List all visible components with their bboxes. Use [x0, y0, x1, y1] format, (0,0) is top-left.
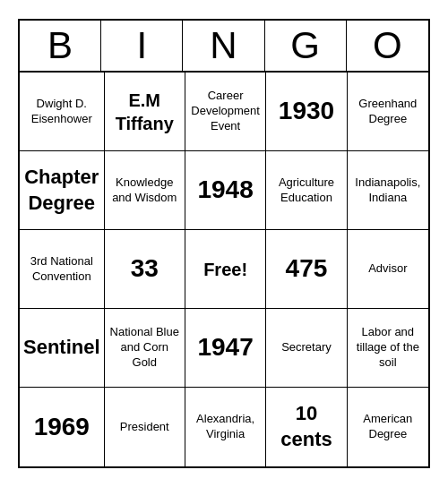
- bingo-cell: Indianapolis, Indiana: [348, 151, 428, 230]
- bingo-cell: 33: [105, 230, 185, 309]
- bingo-letter: G: [265, 21, 347, 71]
- bingo-cell: 1948: [185, 151, 266, 230]
- bingo-header: BINGO: [20, 21, 428, 73]
- bingo-cell: E.M Tiffany: [105, 73, 185, 151]
- bingo-cell: 1969: [20, 388, 105, 466]
- bingo-cell: American Degree: [348, 388, 428, 466]
- bingo-cell: 475: [266, 230, 347, 309]
- bingo-cell: 3rd National Convention: [20, 230, 105, 309]
- bingo-cell: Free!: [185, 230, 266, 309]
- bingo-cell: Career Development Event: [185, 73, 266, 151]
- bingo-letter: I: [101, 21, 183, 71]
- bingo-cell: Chapter Degree: [20, 151, 105, 230]
- bingo-cell: Agriculture Education: [266, 151, 347, 230]
- bingo-cell: 10 cents: [266, 388, 347, 466]
- bingo-card: BINGO Dwight D. EisenhowerE.M TiffanyCar…: [18, 19, 430, 468]
- bingo-cell: Secretary: [266, 309, 347, 388]
- bingo-cell: Dwight D. Eisenhower: [20, 73, 105, 151]
- bingo-cell: President: [105, 388, 185, 466]
- bingo-letter: B: [20, 21, 101, 71]
- bingo-grid: Dwight D. EisenhowerE.M TiffanyCareer De…: [20, 73, 428, 466]
- bingo-cell: Advisor: [348, 230, 428, 309]
- bingo-cell: Sentinel: [20, 309, 105, 388]
- bingo-letter: O: [347, 21, 428, 71]
- bingo-cell: Alexandria, Virginia: [185, 388, 266, 466]
- bingo-cell: Greenhand Degree: [348, 73, 428, 151]
- bingo-cell: National Blue and Corn Gold: [105, 309, 185, 388]
- bingo-cell: Knowledge and Wisdom: [105, 151, 185, 230]
- bingo-cell: 1930: [266, 73, 347, 151]
- bingo-letter: N: [183, 21, 264, 71]
- bingo-cell: Labor and tillage of the soil: [348, 309, 428, 388]
- bingo-cell: 1947: [185, 309, 266, 388]
